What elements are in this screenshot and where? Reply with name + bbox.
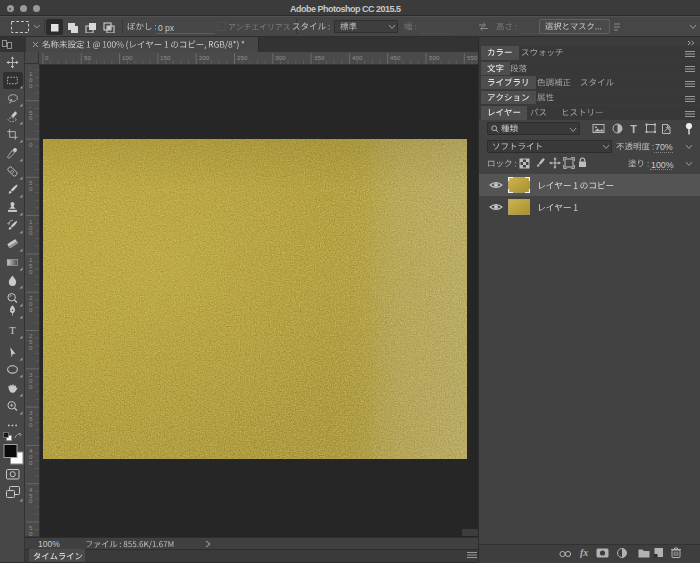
svg-text:250: 250 bbox=[237, 54, 248, 61]
svg-text:0: 0 bbox=[29, 497, 33, 504]
svg-text:100: 100 bbox=[122, 54, 133, 61]
svg-text:550: 550 bbox=[467, 54, 478, 61]
svg-text:0: 0 bbox=[29, 421, 33, 428]
svg-text:0: 0 bbox=[29, 268, 33, 275]
svg-text:fx: fx bbox=[580, 547, 588, 558]
svg-text:400: 400 bbox=[352, 54, 363, 61]
svg-text:0: 0 bbox=[29, 306, 33, 313]
svg-text:150: 150 bbox=[160, 54, 171, 61]
svg-text:0: 0 bbox=[29, 229, 33, 236]
svg-text:0: 0 bbox=[29, 82, 33, 89]
svg-text:500: 500 bbox=[429, 54, 440, 61]
svg-text:300: 300 bbox=[275, 54, 286, 61]
svg-text:0: 0 bbox=[29, 344, 33, 351]
svg-text:T: T bbox=[9, 325, 16, 336]
svg-text:0: 0 bbox=[29, 459, 33, 466]
svg-text:0: 0 bbox=[29, 383, 33, 390]
svg-text:50: 50 bbox=[84, 54, 91, 61]
svg-text:0: 0 bbox=[45, 54, 49, 61]
svg-text:200: 200 bbox=[199, 54, 210, 61]
svg-text:0: 0 bbox=[29, 114, 33, 121]
svg-text:0: 0 bbox=[29, 185, 33, 192]
svg-text:T: T bbox=[630, 123, 637, 134]
svg-text:450: 450 bbox=[390, 54, 401, 61]
svg-text:350: 350 bbox=[314, 54, 325, 61]
svg-text:0: 0 bbox=[29, 141, 33, 148]
